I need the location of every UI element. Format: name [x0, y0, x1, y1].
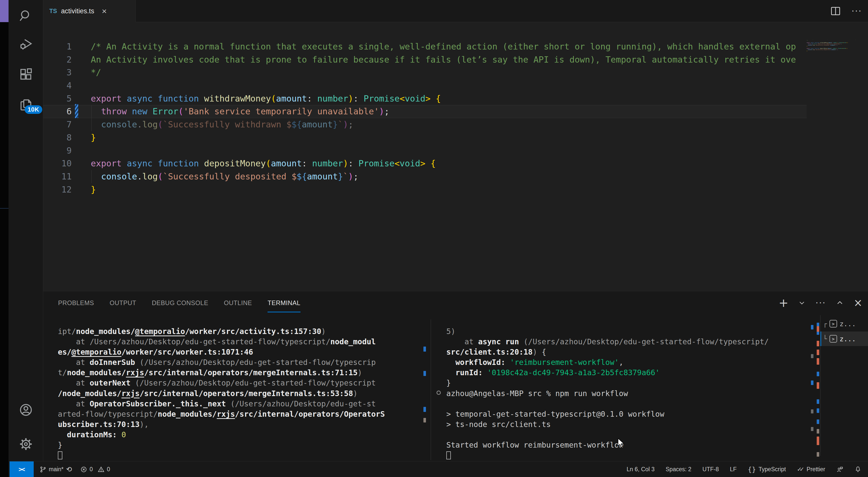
- run-and-debug-icon[interactable]: [8, 35, 43, 53]
- terminal-line: durationMs: 0: [58, 430, 423, 440]
- extension-badge: 10K: [25, 105, 42, 114]
- code-line-2[interactable]: 2An Activity involves code that is prone…: [43, 53, 868, 66]
- terminal-line: at async run (/Users/azhou/Desktop/edu-g…: [446, 337, 806, 347]
- line-number: 7: [43, 118, 72, 131]
- panel-tab-outline[interactable]: OUTLINE: [224, 291, 252, 314]
- scroll-decoration-mark: [424, 418, 426, 422]
- panel-tab-terminal[interactable]: TERMINAL: [268, 291, 300, 314]
- terminal-line: [446, 399, 806, 409]
- bottom-panel: PROBLEMSOUTPUTDEBUG CONSOLEOUTLINETERMIN…: [43, 291, 868, 461]
- line-number: 11: [43, 170, 72, 183]
- scroll-decoration-mark: [817, 341, 819, 346]
- code-line-1[interactable]: 1/* An Activity is a normal function tha…: [43, 40, 868, 53]
- panel-tab-problems[interactable]: PROBLEMS: [58, 291, 94, 314]
- line-number: 2: [43, 53, 72, 66]
- problems-item[interactable]: 0 0: [81, 466, 110, 473]
- terminal-icon: >: [830, 335, 837, 343]
- scroll-decoration-mark: [811, 325, 813, 329]
- terminal-line: arted-flow/typescript/node_modules/rxjs/…: [58, 409, 423, 419]
- terminal-line: es/@temporalio/worker/src/worker.ts:1071…: [58, 347, 423, 357]
- eol-sequence[interactable]: LF: [730, 466, 737, 473]
- workbench-main: TS activities.ts × ··· typescript › src …: [43, 0, 868, 477]
- line-number: 4: [43, 79, 72, 92]
- background-window-line: [0, 208, 8, 209]
- line-number: 10: [43, 157, 72, 170]
- cursor-position[interactable]: Ln 6, Col 3: [627, 466, 654, 473]
- terminal-line: at doInnerSub (/Users/azhou/Desktop/edu-…: [58, 357, 423, 368]
- terminal-line: 5): [446, 326, 806, 337]
- terminal-line: [446, 430, 806, 440]
- terminal-tab-2[interactable]: └>z...: [820, 331, 868, 346]
- terminal-pane-divider[interactable]: [431, 319, 431, 460]
- terminal-profile-chevron-down-icon[interactable]: [798, 299, 805, 306]
- account-icon[interactable]: [8, 401, 43, 419]
- command-decoration-circle[interactable]: [436, 390, 441, 395]
- scroll-decoration-mark: [817, 372, 819, 376]
- editor-tab-bar: TS activities.ts × ···: [43, 0, 868, 22]
- scroll-decoration-mark: [817, 429, 819, 434]
- scroll-decoration-mark: [817, 452, 819, 457]
- code-line-11[interactable]: 11 console.log(`Successfully desposited …: [43, 170, 868, 183]
- background-window-sliver: [0, 0, 8, 477]
- tab-close-icon[interactable]: ×: [102, 7, 107, 15]
- split-editor-icon[interactable]: [831, 6, 841, 15]
- terminal-cursor: [446, 451, 451, 459]
- maximize-panel-chevron-up-icon[interactable]: [836, 299, 844, 307]
- editor-more-actions-icon[interactable]: ···: [851, 6, 862, 16]
- terminal-line: [58, 450, 423, 460]
- code-line-3[interactable]: 3*/: [43, 66, 868, 79]
- encoding[interactable]: UTF-8: [703, 466, 719, 473]
- code-line-7[interactable]: 7 console.log(`Successfully withdrawn $$…: [43, 118, 868, 131]
- tab-activities-ts[interactable]: TS activities.ts ×: [43, 0, 136, 22]
- settings-gear-icon[interactable]: [8, 435, 43, 453]
- terminal-pane-left[interactable]: ipt/node_modules/@temporalio/worker/src/…: [58, 326, 423, 460]
- git-branch-item[interactable]: main* ⟲: [40, 465, 72, 474]
- terminal-line: azhou@Angelas-MBP src % npm run workflow: [446, 388, 806, 399]
- code-line-5[interactable]: 5export async function withdrawMoney(amo…: [43, 92, 868, 105]
- indentation[interactable]: Spaces: 2: [665, 466, 691, 473]
- scroll-decoration-mark: [817, 382, 819, 389]
- close-panel-icon[interactable]: ×: [854, 298, 863, 308]
- panel-tab-output[interactable]: OUTPUT: [110, 291, 136, 314]
- scroll-decoration-mark: [817, 437, 819, 445]
- notifications-bell-icon[interactable]: [855, 466, 862, 473]
- terminal-line: }: [446, 378, 806, 388]
- language-mode[interactable]: {} TypeScript: [748, 466, 786, 473]
- extensions-icon[interactable]: [8, 65, 43, 83]
- new-terminal-icon[interactable]: +: [779, 298, 788, 308]
- code-line-4[interactable]: 4: [43, 79, 868, 92]
- panel-tab-debug-console[interactable]: DEBUG CONSOLE: [152, 291, 209, 314]
- code-editor[interactable]: 1/* An Activity is a normal function tha…: [43, 40, 868, 291]
- scroll-decoration-mark: [811, 381, 813, 385]
- braces-icon: {}: [748, 466, 756, 473]
- background-window-purple: [0, 0, 8, 22]
- terminal-tab-1[interactable]: ┌>z...: [820, 316, 868, 331]
- scroll-decoration-mark: [424, 347, 426, 352]
- errors-icon: [81, 466, 87, 473]
- remote-indicator[interactable]: ><: [9, 462, 34, 477]
- terminal-line: ubscriber.ts:70:13),: [58, 419, 423, 430]
- scroll-decoration-mark: [817, 358, 819, 365]
- minimap[interactable]: /* An Activity is a normal function that…: [807, 40, 868, 143]
- code-line-10[interactable]: 10export async function depositMoney(amo…: [43, 157, 868, 170]
- terminal-line: ipt/node_modules/@temporalio/worker/src/…: [58, 326, 423, 337]
- terminal-line: > temporal-get-started-typescript@0.1.0 …: [446, 409, 806, 419]
- line-number: 5: [43, 92, 72, 105]
- formatter-item[interactable]: ✓✓ Prettier: [797, 466, 825, 473]
- code-line-12[interactable]: 12}: [43, 183, 868, 196]
- terminal-pane-right[interactable]: 5) at async run (/Users/azhou/Desktop/ed…: [446, 326, 806, 460]
- terminal-line: > ts-node src/client.ts: [446, 419, 806, 430]
- panel-more-actions-icon[interactable]: ···: [815, 298, 826, 308]
- scroll-decoration-mark: [817, 408, 819, 413]
- scroll-decoration-mark: [424, 371, 426, 376]
- modified-line-indicator: [75, 104, 78, 118]
- split-tree-glyph: ┌: [823, 320, 827, 327]
- code-line-6[interactable]: 6 throw new Error('Bank service temporar…: [43, 105, 868, 118]
- code-line-9[interactable]: 9: [43, 144, 868, 157]
- code-line-8[interactable]: 8}: [43, 131, 868, 144]
- search-icon[interactable]: [8, 7, 43, 25]
- docs-extension-icon[interactable]: 10K: [8, 96, 43, 114]
- scroll-decoration-mark: [424, 407, 426, 412]
- sync-icon[interactable]: ⟲: [66, 465, 72, 474]
- feedback-person-icon[interactable]: [836, 466, 843, 473]
